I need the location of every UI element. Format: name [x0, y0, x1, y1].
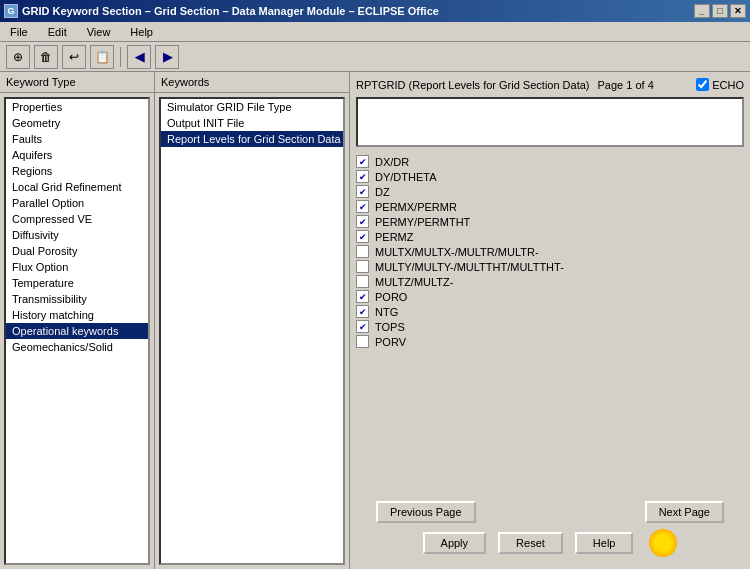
check-tops[interactable]	[356, 320, 369, 333]
rptgrid-panel: RPTGRID (Report Levels for Grid Section …	[350, 72, 750, 569]
keyword-type-panel: Keyword Type Properties Geometry Faults …	[0, 72, 155, 569]
reset-button[interactable]: Reset	[498, 532, 563, 554]
previous-page-button[interactable]: Previous Page	[376, 501, 476, 523]
keyword-type-parallel[interactable]: Parallel Option	[6, 195, 148, 211]
check-dy-dtheta[interactable]	[356, 170, 369, 183]
keyword-type-diffusivity[interactable]: Diffusivity	[6, 227, 148, 243]
keyword-type-flux-option[interactable]: Flux Option	[6, 259, 148, 275]
nav-buttons: Previous Page Next Page	[356, 501, 744, 523]
rptgrid-text-area[interactable]	[356, 97, 744, 147]
keyword-type-list-container: Properties Geometry Faults Aquifers Regi…	[4, 97, 150, 565]
check-permx-permr[interactable]	[356, 200, 369, 213]
maximize-button[interactable]: □	[712, 4, 728, 18]
label-ntg: NTG	[375, 306, 398, 318]
label-multx: MULTX/MULTX-/MULTR/MULTR-	[375, 246, 539, 258]
echo-checkbox[interactable]	[696, 78, 709, 91]
label-multz: MULTZ/MULTZ-	[375, 276, 453, 288]
check-porv[interactable]	[356, 335, 369, 348]
label-dy-dtheta: DY/DTHETA	[375, 171, 437, 183]
menu-edit[interactable]: Edit	[42, 24, 73, 40]
check-multx[interactable]	[356, 245, 369, 258]
checkbox-permy-permtht: PERMY/PERMTHT	[356, 215, 744, 228]
checkbox-multz: MULTZ/MULTZ-	[356, 275, 744, 288]
title-bar: G GRID Keyword Section – Grid Section – …	[0, 0, 750, 22]
check-ntg[interactable]	[356, 305, 369, 318]
keyword-type-geomechanics[interactable]: Geomechanics/Solid	[6, 339, 148, 355]
label-dz: DZ	[375, 186, 390, 198]
keywords-list-container: Simulator GRID File Type Output INIT Fil…	[159, 97, 345, 565]
title-text: GRID Keyword Section – Grid Section – Da…	[22, 5, 439, 17]
echo-label: ECHO	[712, 79, 744, 91]
toolbar-back[interactable]: ◀	[127, 45, 151, 69]
checkbox-dz: DZ	[356, 185, 744, 198]
toolbar-separator	[120, 47, 121, 67]
checkbox-tops: TOPS	[356, 320, 744, 333]
keyword-type-properties[interactable]: Properties	[6, 99, 148, 115]
label-permz: PERMZ	[375, 231, 414, 243]
menu-help[interactable]: Help	[124, 24, 159, 40]
label-porv: PORV	[375, 336, 406, 348]
menu-file[interactable]: File	[4, 24, 34, 40]
title-bar-controls[interactable]: _ □ ✕	[694, 4, 746, 18]
keyword-type-header: Keyword Type	[0, 72, 154, 93]
checkbox-ntg: NTG	[356, 305, 744, 318]
check-permz[interactable]	[356, 230, 369, 243]
keywords-header: Keywords	[155, 72, 349, 93]
apply-button[interactable]: Apply	[423, 532, 487, 554]
checkbox-multy: MULTY/MULTY-/MULTTHT/MULTTHT-	[356, 260, 744, 273]
action-buttons: Apply Reset Help	[356, 529, 744, 563]
keyword-type-regions[interactable]: Regions	[6, 163, 148, 179]
label-tops: TOPS	[375, 321, 405, 333]
keyword-type-dual-porosity[interactable]: Dual Porosity	[6, 243, 148, 259]
check-multy[interactable]	[356, 260, 369, 273]
checkbox-permz: PERMZ	[356, 230, 744, 243]
keyword-type-transmissibility[interactable]: Transmissibility	[6, 291, 148, 307]
keywords-scroll[interactable]: Simulator GRID File Type Output INIT Fil…	[161, 99, 343, 563]
toolbar-copy[interactable]: 📋	[90, 45, 114, 69]
keyword-type-lgr[interactable]: Local Grid Refinement	[6, 179, 148, 195]
label-permy-permtht: PERMY/PERMTHT	[375, 216, 470, 228]
toolbar-forward[interactable]: ▶	[155, 45, 179, 69]
keyword-report-levels[interactable]: Report Levels for Grid Section Data	[161, 131, 343, 147]
checkbox-dx-dr: DX/DR	[356, 155, 744, 168]
toolbar-delete[interactable]: 🗑	[34, 45, 58, 69]
menu-bar: File Edit View Help	[0, 22, 750, 42]
keyword-type-aquifers[interactable]: Aquifers	[6, 147, 148, 163]
keyword-simulator-grid[interactable]: Simulator GRID File Type	[161, 99, 343, 115]
keyword-type-faults[interactable]: Faults	[6, 131, 148, 147]
checkbox-permx-permr: PERMX/PERMR	[356, 200, 744, 213]
label-poro: PORO	[375, 291, 407, 303]
keyword-type-operational[interactable]: Operational keywords	[6, 323, 148, 339]
keyword-output-init[interactable]: Output INIT File	[161, 115, 343, 131]
check-permy-permtht[interactable]	[356, 215, 369, 228]
close-button[interactable]: ✕	[730, 4, 746, 18]
app-icon: G	[4, 4, 18, 18]
toolbar-undo[interactable]: ↩	[62, 45, 86, 69]
help-button[interactable]: Help	[575, 532, 634, 554]
check-dz[interactable]	[356, 185, 369, 198]
minimize-button[interactable]: _	[694, 4, 710, 18]
title-bar-left: G GRID Keyword Section – Grid Section – …	[4, 4, 439, 18]
checkbox-porv: PORV	[356, 335, 744, 348]
next-page-button[interactable]: Next Page	[645, 501, 724, 523]
checkbox-poro: PORO	[356, 290, 744, 303]
keyword-type-scroll[interactable]: Properties Geometry Faults Aquifers Regi…	[6, 99, 148, 563]
toolbar-circle-plus[interactable]: ⊕	[6, 45, 30, 69]
label-permx-permr: PERMX/PERMR	[375, 201, 457, 213]
check-poro[interactable]	[356, 290, 369, 303]
check-multz[interactable]	[356, 275, 369, 288]
keywords-panel: Keywords Simulator GRID File Type Output…	[155, 72, 350, 569]
keyword-type-geometry[interactable]: Geometry	[6, 115, 148, 131]
echo-section: ECHO	[696, 78, 744, 91]
checkbox-multx: MULTX/MULTX-/MULTR/MULTR-	[356, 245, 744, 258]
check-dx-dr[interactable]	[356, 155, 369, 168]
keyword-type-history-matching[interactable]: History matching	[6, 307, 148, 323]
page-info: Page 1 of 4	[598, 79, 654, 91]
rptgrid-title: RPTGRID (Report Levels for Grid Section …	[356, 79, 590, 91]
keyword-type-compressed-ve[interactable]: Compressed VE	[6, 211, 148, 227]
keyword-type-temperature[interactable]: Temperature	[6, 275, 148, 291]
menu-view[interactable]: View	[81, 24, 117, 40]
toolbar: ⊕ 🗑 ↩ 📋 ◀ ▶	[0, 42, 750, 72]
main-content: Keyword Type Properties Geometry Faults …	[0, 72, 750, 569]
label-multy: MULTY/MULTY-/MULTTHT/MULTTHT-	[375, 261, 564, 273]
